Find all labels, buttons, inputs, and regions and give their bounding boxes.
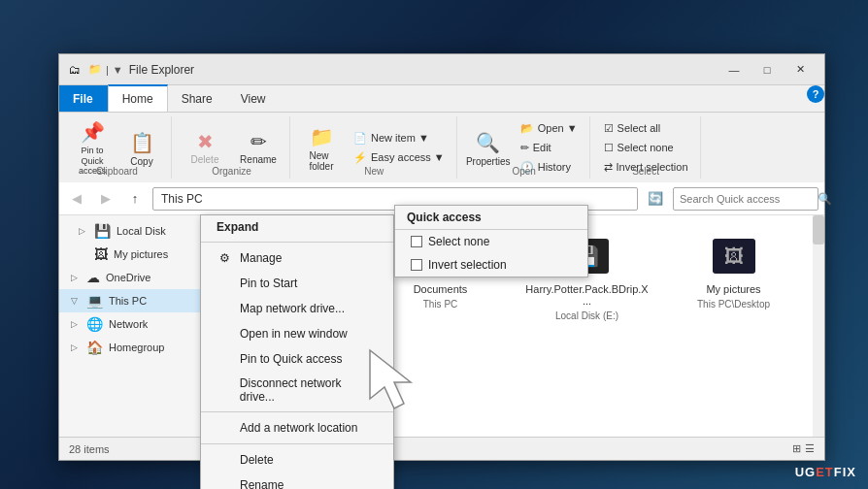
- select-none-checkbox[interactable]: [411, 236, 422, 247]
- search-box[interactable]: 🔍: [673, 187, 818, 211]
- ctx-disconnect-network[interactable]: Disconnect network drive...: [201, 372, 393, 408]
- properties-button[interactable]: 🔍 Properties: [465, 120, 512, 175]
- manage-icon: ⚙: [217, 250, 232, 266]
- forward-button[interactable]: ▶: [94, 187, 117, 211]
- quick-access-panel: Quick access Select none Invert selectio…: [394, 205, 588, 277]
- quick-access-header: Quick access: [395, 206, 587, 230]
- back-button[interactable]: ◀: [65, 187, 88, 211]
- new-folder-button[interactable]: 📁 Newfolder: [298, 120, 345, 175]
- ctx-add-network-location[interactable]: Add a network location: [201, 415, 393, 440]
- delete-icon: ✖: [193, 130, 217, 153]
- status-bar: 28 items ⊞ ☰: [59, 437, 824, 460]
- tab-home[interactable]: Home: [108, 84, 168, 112]
- ribbon-group-open: 🔍 Properties 📂 Open ▼ ✏ Edit 🕐 History: [459, 116, 590, 179]
- ctx-expand[interactable]: Expand: [201, 215, 393, 239]
- ribbon-content: 📌 Pin to Quickaccess 📋 Copy Clipboard ✖ …: [59, 113, 824, 182]
- search-input[interactable]: [680, 193, 814, 205]
- tab-share[interactable]: Share: [168, 85, 227, 112]
- sidebar-item-this-pc[interactable]: ▽ 💻 This PC: [59, 289, 214, 312]
- sidebar-item-my-pictures[interactable]: 🖼 My pictures: [59, 243, 214, 266]
- ribbon-group-organize: ✖ Delete ✏ Rename Organize: [174, 116, 290, 179]
- view-small-icon[interactable]: ⊞: [792, 442, 801, 455]
- pin-icon: 📌: [81, 120, 104, 144]
- address-path: This PC: [161, 192, 203, 206]
- tab-file[interactable]: File: [59, 85, 108, 112]
- network-icon: 🌐: [86, 316, 103, 332]
- ctx-open-new-window[interactable]: Open in new window: [201, 321, 393, 346]
- watermark: UGETFIX: [795, 465, 856, 479]
- view-list-icon[interactable]: ☰: [805, 442, 815, 455]
- context-menu: Expand ⚙ Manage Pin to Start Map network…: [200, 214, 394, 489]
- window-icon: 🗂: [67, 62, 83, 78]
- tab-view[interactable]: View: [227, 85, 281, 112]
- easy-access-button[interactable]: ⚡ Easy access ▼: [348, 149, 451, 166]
- sidebar-item-network[interactable]: ▷ 🌐 Network: [59, 312, 214, 336]
- new-folder-icon: 📁: [310, 125, 333, 148]
- sidebar-item-onedrive[interactable]: ▷ ☁ OneDrive: [59, 266, 214, 289]
- select-all-button[interactable]: ☑ Select all: [598, 120, 694, 137]
- copy-icon: 📋: [130, 131, 153, 154]
- ctx-delete[interactable]: Delete: [201, 447, 393, 473]
- select-none-button[interactable]: ☐ Select none: [598, 140, 694, 156]
- window-controls: — □ ✕: [718, 54, 817, 85]
- item-count: 28 items: [69, 443, 110, 455]
- window-title: File Explorer: [129, 63, 712, 77]
- sidebar-item-homegroup[interactable]: ▷ 🏠 Homegroup: [59, 336, 214, 359]
- minimize-button[interactable]: —: [718, 54, 751, 85]
- this-pc-icon: 💻: [86, 293, 103, 309]
- ctx-manage[interactable]: ⚙ Manage: [201, 245, 393, 271]
- onedrive-icon: ☁: [86, 270, 100, 285]
- qa-select-none[interactable]: Select none: [395, 230, 587, 253]
- properties-icon: 🔍: [477, 131, 500, 154]
- qa-invert-selection[interactable]: Invert selection: [395, 253, 587, 277]
- ribbon-group-new: 📁 Newfolder 📄 New item ▼ ⚡ Easy access ▼…: [292, 116, 457, 179]
- invert-selection-checkbox[interactable]: [411, 259, 422, 271]
- pictures-icon: 🖼: [94, 246, 108, 262]
- ribbon-group-select: ☑ Select all ☐ Select none ⇄ Invert sele…: [592, 116, 701, 179]
- file-explorer-window: 🗂 📁 | ▼ File Explorer — □ ✕ File Home Sh…: [58, 53, 825, 461]
- vertical-scrollbar[interactable]: [813, 215, 824, 437]
- homegroup-icon: 🏠: [86, 340, 103, 355]
- maximize-button[interactable]: □: [751, 54, 784, 85]
- new-item-button[interactable]: 📄 New item ▼: [348, 130, 451, 147]
- ctx-rename[interactable]: Rename: [201, 473, 393, 489]
- help-button[interactable]: ?: [807, 85, 824, 103]
- ribbon-tabs: File Home Share View ?: [59, 85, 824, 113]
- open-button[interactable]: 📂 Open ▼: [515, 120, 584, 137]
- rename-icon: ✏: [247, 130, 270, 153]
- ctx-pin-quick-access[interactable]: Pin to Quick access: [201, 346, 393, 372]
- up-button[interactable]: ↑: [123, 187, 147, 211]
- ribbon-group-clipboard: 📌 Pin to Quickaccess 📋 Copy Clipboard: [63, 116, 172, 179]
- sidebar: ▷ 💾 Local Disk 🖼 My pictures ▷ ☁ OneDriv…: [59, 215, 215, 437]
- drive-icon: 🖼: [713, 239, 755, 274]
- local-disk-icon: 💾: [94, 223, 111, 239]
- sidebar-item-local-disk[interactable]: ▷ 💾 Local Disk: [59, 219, 214, 243]
- title-bar: 🗂 📁 | ▼ File Explorer — □ ✕: [59, 54, 824, 85]
- list-item[interactable]: 🖼 My pictures This PC\Desktop: [664, 225, 803, 329]
- search-icon: 🔍: [818, 192, 832, 206]
- edit-button[interactable]: ✏ Edit: [515, 140, 584, 156]
- ctx-pin-to-start[interactable]: Pin to Start: [201, 271, 393, 296]
- close-button[interactable]: ✕: [784, 54, 817, 85]
- ctx-map-network-drive[interactable]: Map network drive...: [201, 296, 393, 321]
- refresh-button[interactable]: 🔄: [644, 187, 667, 211]
